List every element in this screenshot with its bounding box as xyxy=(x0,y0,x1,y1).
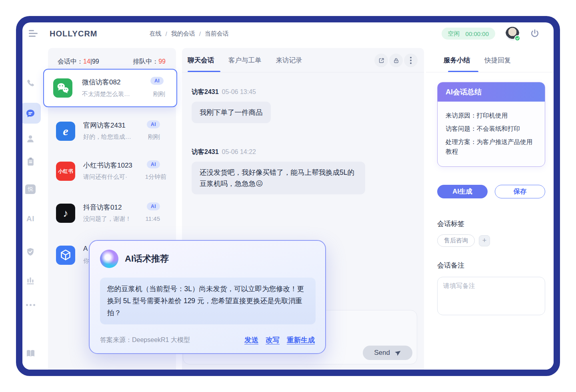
chat-toolbar xyxy=(374,54,418,67)
conversation-time: 刚刚 xyxy=(153,90,165,98)
douyin-icon: ♪ xyxy=(56,204,75,223)
ai-badge: AI xyxy=(147,160,160,168)
conversation-preview: 不太清楚怎么装… xyxy=(82,90,130,98)
sidebar-item-calls[interactable] xyxy=(22,78,38,89)
tab-customer-tickets[interactable]: 客户与工单 xyxy=(228,56,262,70)
save-button[interactable]: 保存 xyxy=(495,185,545,198)
sidebar-item-ai[interactable]: AI xyxy=(22,214,38,223)
cube-icon xyxy=(56,246,75,265)
conversation-item-douyin[interactable]: ♪ 抖音访客012 AI 没问题了，谢谢！ 11:45 xyxy=(48,196,176,230)
breadcrumb-separator: / xyxy=(199,30,201,37)
tab-quick-replies[interactable]: 快捷回复 xyxy=(484,56,511,70)
conversation-time: 11:45 xyxy=(146,215,160,222)
message-meta: 访客243105-06 14:22 xyxy=(192,148,256,156)
book-icon xyxy=(25,348,36,359)
conversation-list-header: 会话中：14|99 排队中：99 xyxy=(48,48,176,66)
conversation-title: 小红书访客1023 xyxy=(83,161,132,170)
tag-after-sales[interactable]: 售后咨询 xyxy=(437,234,475,247)
summary-buttons: AI生成 保存 xyxy=(437,185,545,198)
breadcrumb-item-my-sessions[interactable]: 我的会话 xyxy=(171,30,195,38)
sidebar-item-knowledge[interactable] xyxy=(22,348,38,359)
yue-chat-icon: 悦 xyxy=(25,184,36,194)
window-frame: HOLLYCRM 在线 / 我的会话 / 当前会话 空闲 00:00:00 xyxy=(16,16,560,376)
conversation-title: 抖音访客012 xyxy=(83,203,122,212)
conversation-title: 官网访客2431 xyxy=(83,121,126,130)
conversation-preview: 请问还有什么可· xyxy=(83,173,127,181)
tab-visit-history[interactable]: 来访记录 xyxy=(276,56,302,70)
sidebar-item-more[interactable] xyxy=(22,304,38,306)
message-bubble: 我刚下单了一件商品 xyxy=(192,102,271,123)
sidebar-item-yue[interactable]: 悦 xyxy=(22,184,38,194)
sidebar-item-chats[interactable] xyxy=(22,108,38,119)
tab-service-summary[interactable]: 服务小结 xyxy=(444,56,470,70)
breadcrumb: 在线 / 我的会话 / 当前会话 xyxy=(149,30,228,38)
sidebar-item-contacts[interactable] xyxy=(22,134,38,144)
topbar: HOLLYCRM 在线 / 我的会话 / 当前会话 空闲 00:00:00 xyxy=(22,22,554,45)
topbar-right: 空闲 00:00:00 xyxy=(442,27,540,40)
divider xyxy=(182,72,424,72)
add-tag-button[interactable]: + xyxy=(479,235,490,246)
send-button[interactable]: Send xyxy=(363,346,412,360)
clipboard-icon xyxy=(26,157,36,167)
conversation-item-xiaohongshu[interactable]: 小红书 小红书访客1023 AI 请问还有什么可· 1分钟前 xyxy=(48,154,176,188)
session-tags-heading: 会话标签 xyxy=(437,219,464,228)
lock-button[interactable] xyxy=(389,54,403,67)
export-button[interactable] xyxy=(374,54,388,67)
send-button-label: Send xyxy=(374,349,390,357)
ai-badge: AI xyxy=(147,202,160,210)
queue-count-number: 99 xyxy=(158,58,166,65)
message-sender: 访客2431 xyxy=(192,148,219,155)
chat-bubble-icon xyxy=(25,108,36,119)
power-icon[interactable] xyxy=(530,28,540,39)
export-icon xyxy=(378,57,385,64)
ai-summary-body: 来访原因：打印机使用 访客问题：不会装纸和打印 处理方案：为客户推送产品使用教程 xyxy=(438,102,545,166)
breadcrumb-separator: / xyxy=(165,30,167,37)
divider xyxy=(426,72,554,72)
conversation-title: 微信访客082 xyxy=(82,78,120,87)
breadcrumb-item-current-session[interactable]: 当前会话 xyxy=(205,30,229,38)
panel-tabs: 服务小结 快捷回复 xyxy=(444,56,511,70)
ai-suggestion-popup: AI话术推荐 您的豆浆机（当前型号：3L）尚未发货，可以立即为您修改！更换到 5… xyxy=(89,240,326,354)
regenerate-link[interactable]: 重新生成 xyxy=(287,335,315,345)
app-logo: HOLLYCRM xyxy=(50,29,97,38)
app-window: HOLLYCRM 在线 / 我的会话 / 当前会话 空闲 00:00:00 xyxy=(22,22,554,370)
tab-chat-session[interactable]: 聊天会话 xyxy=(188,56,214,70)
send-icon xyxy=(393,348,402,358)
ai-orb-icon xyxy=(100,250,118,268)
xiaohongshu-icon: 小红书 xyxy=(56,162,75,181)
ai-generate-button[interactable]: AI生成 xyxy=(437,185,488,198)
session-tags: 售后咨询 + xyxy=(437,234,490,247)
ai-badge: AI xyxy=(147,120,160,128)
conversation-item-wechat[interactable]: 微信访客082 AI 不太清楚怎么装… 刚刚 xyxy=(43,69,177,107)
ai-summary-card: AI会话总结 来访原因：打印机使用 访客问题：不会装纸和打印 处理方案：为客户推… xyxy=(437,82,545,167)
avatar[interactable] xyxy=(506,27,519,40)
ai-popup-actions: 发送 改写 重新生成 xyxy=(244,335,315,345)
sidebar-item-tasks[interactable] xyxy=(22,157,38,167)
more-options-button[interactable] xyxy=(404,54,418,67)
conversation-preview: 好的，给您造成… xyxy=(83,133,131,141)
send-suggestion-link[interactable]: 发送 xyxy=(244,335,258,345)
agent-status-badge[interactable]: 空闲 00:00:00 xyxy=(442,28,495,40)
online-check-icon xyxy=(514,35,520,41)
status-timer: 00:00:00 xyxy=(466,30,489,37)
ai-summary-title: AI会话总结 xyxy=(438,82,545,102)
ai-answer-source: 答案来源：DeepseekR1 大模型 xyxy=(100,336,190,344)
message-sender: 访客2431 xyxy=(192,88,219,95)
session-notes-input[interactable] xyxy=(437,277,545,315)
conversation-item-web[interactable]: e 官网访客2431 AI 好的，给您造成… 刚刚 xyxy=(48,114,176,148)
session-notes-heading: 会话备注 xyxy=(437,261,464,270)
sidebar-item-analytics[interactable] xyxy=(22,275,38,286)
chat-tabs: 聊天会话 客户与工单 来访记录 xyxy=(188,56,302,70)
message-time: 05-06 14:22 xyxy=(222,148,256,155)
message-meta: 访客243105-06 13:45 xyxy=(192,88,256,96)
conversation-preview: 你 xyxy=(83,257,89,265)
ai-suggested-reply: 您的豆浆机（当前型号：3L）尚未发货，可以立即为您修改！更换到 5L 型号需要补… xyxy=(100,278,316,324)
sessions-current-count: 14 xyxy=(83,58,90,65)
ai-popup-title: AI话术推荐 xyxy=(125,253,169,265)
sessions-count: 会话中：14|99 xyxy=(58,58,99,66)
conversation-time: 1分钟前 xyxy=(145,173,166,181)
breadcrumb-item-online[interactable]: 在线 xyxy=(149,30,161,38)
rewrite-link[interactable]: 改写 xyxy=(266,335,280,345)
sidebar-item-security[interactable] xyxy=(22,247,38,257)
menu-icon[interactable] xyxy=(29,30,38,37)
